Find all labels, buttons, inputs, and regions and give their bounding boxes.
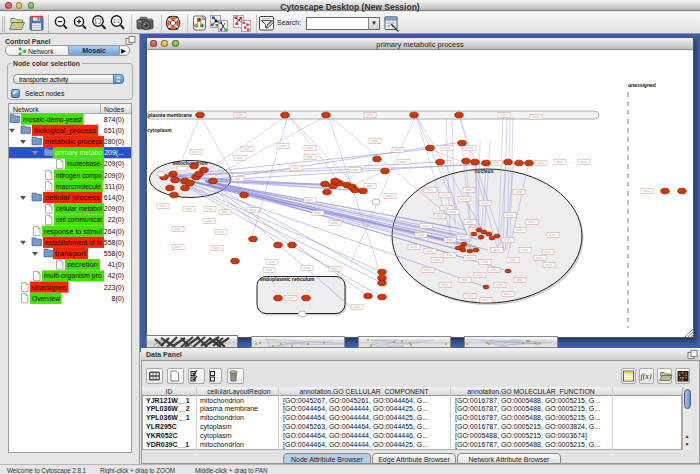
- svg-text:cellular process: cellular process: [45, 194, 101, 202]
- svg-text:macromolecule: macromolecule: [56, 183, 101, 190]
- svg-text:614(0): 614(0): [104, 194, 124, 202]
- svg-text:41(0): 41(0): [108, 261, 124, 269]
- svg-text:cellular metabol: cellular metabol: [56, 205, 102, 212]
- svg-text:209(0): 209(0): [104, 172, 124, 180]
- svg-text:22(0): 22(0): [108, 216, 124, 224]
- svg-text:plasma membrane: plasma membrane: [148, 112, 192, 118]
- svg-text:cell communicat: cell communicat: [56, 216, 102, 223]
- svg-text:primary metabo: primary metabo: [55, 149, 102, 157]
- svg-text:209(0): 209(0): [104, 205, 124, 213]
- svg-text:223(0): 223(0): [104, 284, 124, 292]
- svg-text:209(0): 209(0): [104, 160, 124, 168]
- svg-text:209(...: 209(...: [104, 149, 124, 157]
- svg-text:42(0): 42(0): [108, 272, 124, 280]
- svg-text:mosaic-demo-yeast: mosaic-demo-yeast: [23, 116, 82, 124]
- svg-text:Overview: Overview: [32, 295, 61, 302]
- svg-text:secretion: secretion: [67, 261, 98, 268]
- svg-text:endoplasmic reticulum: endoplasmic reticulum: [260, 276, 315, 282]
- svg-text:558(0): 558(0): [104, 250, 124, 258]
- svg-text:metabolic process: metabolic process: [45, 138, 102, 146]
- svg-text:874(0): 874(0): [104, 116, 124, 124]
- svg-text:nitrogen compo: nitrogen compo: [56, 172, 102, 180]
- svg-text:response to stimul: response to stimul: [44, 228, 102, 236]
- svg-text:f(x): f(x): [640, 372, 651, 381]
- svg-text:264(0): 264(0): [104, 228, 124, 236]
- svg-text:establishment of lo: establishment of lo: [45, 239, 102, 246]
- svg-text:cytoplasm: cytoplasm: [147, 127, 172, 133]
- svg-text:multi-organism pro: multi-organism pro: [44, 272, 102, 280]
- svg-text:unassigned: unassigned: [32, 284, 66, 292]
- svg-text:311(0): 311(0): [104, 183, 124, 191]
- svg-text:8(0): 8(0): [112, 295, 124, 303]
- svg-text:nucleobase-: nucleobase-: [67, 160, 103, 167]
- svg-text:transport: transport: [55, 250, 86, 258]
- svg-text:280(0): 280(0): [104, 138, 124, 146]
- svg-text:biological_process: biological_process: [34, 127, 97, 135]
- svg-text:unassigned: unassigned: [628, 82, 656, 88]
- svg-text:651(0): 651(0): [104, 127, 124, 135]
- svg-text:1:1: 1:1: [113, 19, 120, 24]
- svg-text:558(0): 558(0): [104, 239, 124, 247]
